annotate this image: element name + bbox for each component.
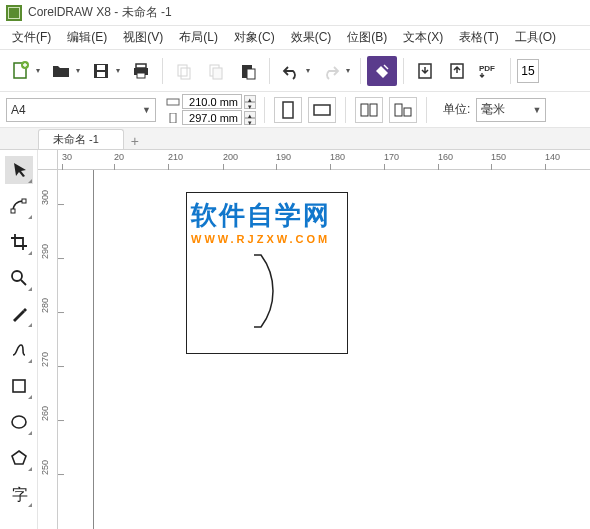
document-tabstrip: 未命名 -1 + [0, 128, 590, 150]
pages-all-button[interactable] [355, 97, 383, 123]
undo-button[interactable] [276, 56, 306, 86]
open-dropdown[interactable]: ▾ [76, 66, 84, 75]
horizontal-ruler[interactable]: 30 20 210 200 190 180 170 160 150 140 [58, 150, 590, 170]
undo-dropdown[interactable]: ▾ [306, 66, 314, 75]
svg-rect-20 [314, 105, 330, 115]
svg-rect-22 [370, 104, 377, 116]
save-button[interactable] [86, 56, 116, 86]
height-spinner[interactable]: ▴▾ [244, 111, 256, 125]
bezier-tool[interactable] [5, 336, 33, 364]
crop-tool[interactable] [5, 228, 33, 256]
svg-rect-7 [137, 73, 145, 78]
watermark-title: 软件自学网 [191, 198, 331, 233]
ruler-tick: 150 [491, 152, 506, 162]
svg-rect-9 [181, 68, 190, 79]
svg-rect-17 [167, 99, 179, 105]
height-input[interactable] [182, 110, 242, 125]
ellipse-tool[interactable] [5, 408, 33, 436]
add-tab-button[interactable]: + [126, 133, 144, 149]
ruler-tick: 140 [545, 152, 560, 162]
menu-bar: 文件(F) 编辑(E) 视图(V) 布局(L) 对象(C) 效果(C) 位图(B… [0, 26, 590, 50]
svg-rect-19 [283, 102, 293, 118]
menu-tools[interactable]: 工具(O) [507, 26, 564, 49]
watermark: 软件自学网 WWW.RJZXW.COM [191, 198, 331, 245]
unit-label: 单位: [443, 101, 470, 118]
window-title: CorelDRAW X8 - 未命名 -1 [28, 4, 172, 21]
open-button[interactable] [46, 56, 76, 86]
menu-object[interactable]: 对象(C) [226, 26, 283, 49]
svg-rect-26 [22, 199, 26, 203]
menu-text[interactable]: 文本(X) [395, 26, 451, 49]
separator [403, 58, 404, 84]
portrait-button[interactable] [274, 97, 302, 123]
d-shape-object[interactable] [253, 254, 323, 328]
shape-tool[interactable] [5, 192, 33, 220]
canvas-area[interactable]: 30 20 210 200 190 180 170 160 150 140 30… [38, 150, 590, 529]
unit-combo[interactable]: 毫米 ▼ [476, 98, 546, 122]
width-icon [166, 96, 180, 108]
polygon-tool[interactable] [5, 444, 33, 472]
ruler-tick: 300 [40, 190, 50, 205]
new-dropdown[interactable]: ▾ [36, 66, 44, 75]
document-tab[interactable]: 未命名 -1 [38, 129, 124, 149]
chevron-down-icon: ▼ [138, 105, 151, 115]
svg-point-27 [12, 271, 22, 281]
menu-bitmap[interactable]: 位图(B) [339, 26, 395, 49]
redo-button [316, 56, 346, 86]
svg-text:字: 字 [12, 486, 28, 503]
ruler-origin[interactable] [38, 150, 58, 170]
app-icon [6, 5, 22, 21]
menu-effect[interactable]: 效果(C) [283, 26, 340, 49]
separator [360, 58, 361, 84]
separator [345, 97, 346, 123]
vertical-ruler[interactable]: 300 290 280 270 260 250 [38, 170, 58, 529]
zoom-tool[interactable] [5, 264, 33, 292]
dimensions-group: ▴▾ ▴▾ [166, 94, 256, 125]
pdf-button[interactable]: PDF [474, 56, 504, 86]
print-button[interactable] [126, 56, 156, 86]
paste-button[interactable] [233, 56, 263, 86]
svg-rect-13 [247, 69, 255, 79]
menu-layout[interactable]: 布局(L) [171, 26, 226, 49]
svg-rect-8 [178, 65, 187, 76]
menu-table[interactable]: 表格(T) [451, 26, 506, 49]
svg-rect-11 [213, 68, 222, 79]
zoom-field[interactable] [517, 59, 539, 83]
workspace: 字 30 20 210 200 190 180 170 160 150 140 … [0, 150, 590, 529]
pick-tool[interactable] [5, 156, 33, 184]
rectangle-tool[interactable] [5, 372, 33, 400]
property-bar: A4 ▼ ▴▾ ▴▾ 单位: 毫米 ▼ [0, 92, 590, 128]
separator [264, 97, 265, 123]
width-spinner[interactable]: ▴▾ [244, 95, 256, 109]
search-button[interactable] [367, 56, 397, 86]
pages-current-button[interactable] [389, 97, 417, 123]
copy-button [201, 56, 231, 86]
toolbox: 字 [0, 150, 38, 529]
separator [426, 97, 427, 123]
svg-text:PDF: PDF [479, 64, 495, 73]
ruler-tick: 210 [168, 152, 183, 162]
ruler-tick: 200 [223, 152, 238, 162]
cut-button [169, 56, 199, 86]
menu-edit[interactable]: 编辑(E) [59, 26, 115, 49]
new-button[interactable] [6, 56, 36, 86]
menu-view[interactable]: 视图(V) [115, 26, 171, 49]
menu-file[interactable]: 文件(F) [4, 26, 59, 49]
ruler-tick: 170 [384, 152, 399, 162]
width-input[interactable] [182, 94, 242, 109]
export-button[interactable] [442, 56, 472, 86]
freehand-tool[interactable] [5, 300, 33, 328]
unit-value: 毫米 [481, 101, 528, 118]
import-button[interactable] [410, 56, 440, 86]
svg-rect-24 [404, 108, 411, 116]
svg-rect-4 [97, 72, 105, 77]
canvas[interactable]: 软件自学网 WWW.RJZXW.COM [58, 170, 590, 529]
text-tool[interactable]: 字 [5, 480, 33, 508]
separator [269, 58, 270, 84]
landscape-button[interactable] [308, 97, 336, 123]
page-size-combo[interactable]: A4 ▼ [6, 98, 156, 122]
svg-rect-21 [361, 104, 368, 116]
save-dropdown[interactable]: ▾ [116, 66, 124, 75]
redo-dropdown[interactable]: ▾ [346, 66, 354, 75]
svg-rect-25 [11, 209, 15, 213]
